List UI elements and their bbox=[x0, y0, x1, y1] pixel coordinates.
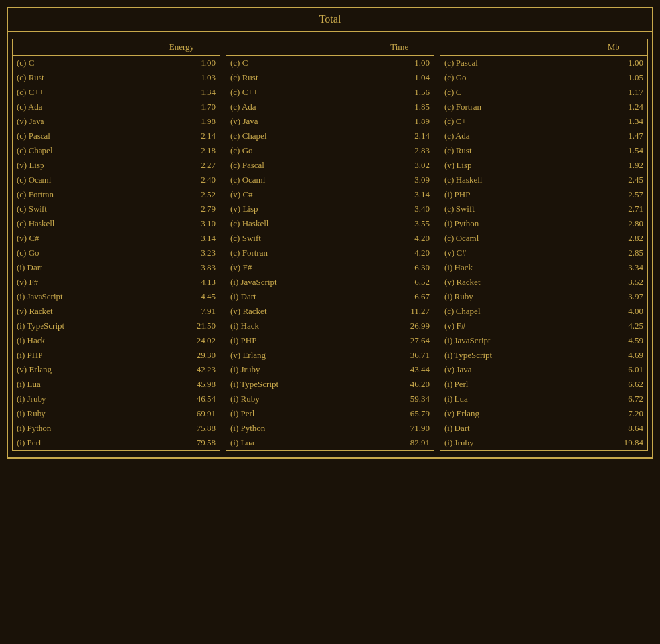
table-row: (c) Swift 2.71 bbox=[440, 202, 647, 216]
table-row: (c) Fortran 2.52 bbox=[13, 187, 220, 202]
lang-cell: (v) Lisp bbox=[226, 202, 365, 216]
val-cell: 29.30 bbox=[143, 348, 220, 362]
val-cell: 3.23 bbox=[143, 246, 220, 260]
val-cell: 1.00 bbox=[143, 56, 220, 71]
main-container: Total Energy (c) C 1.00 (c) Rust 1.03 (c… bbox=[7, 7, 653, 459]
val-cell: 3.97 bbox=[579, 289, 647, 304]
table-row: (i) Hack 3.34 bbox=[440, 260, 647, 275]
lang-cell: (i) Jruby bbox=[440, 436, 579, 450]
val-cell: 1.98 bbox=[143, 114, 220, 129]
lang-cell: (c) Ada bbox=[440, 129, 579, 143]
tables-row: Energy (c) C 1.00 (c) Rust 1.03 (c) C++ … bbox=[8, 32, 652, 457]
lang-cell: (i) Perl bbox=[226, 406, 365, 421]
val-cell: 1.89 bbox=[365, 114, 434, 129]
lang-cell: (i) JavaScript bbox=[226, 275, 365, 289]
table-row: (v) Lisp 1.92 bbox=[440, 158, 647, 173]
table-row: (c) Chapel 4.00 bbox=[440, 304, 647, 319]
lang-cell: (c) Swift bbox=[226, 231, 365, 246]
table-row: (v) F# 4.25 bbox=[440, 319, 647, 333]
lang-cell: (i) Lua bbox=[226, 436, 365, 450]
lang-cell: (i) Dart bbox=[440, 421, 579, 436]
table-row: (c) Haskell 2.45 bbox=[440, 173, 647, 187]
lang-cell: (i) Ruby bbox=[226, 392, 365, 406]
lang-cell: (v) Erlang bbox=[226, 348, 365, 362]
time-val-header: Time bbox=[365, 39, 434, 56]
val-cell: 1.70 bbox=[143, 100, 220, 114]
table-row: (c) Swift 2.79 bbox=[13, 202, 220, 216]
val-cell: 36.71 bbox=[365, 348, 434, 362]
val-cell: 26.99 bbox=[365, 319, 434, 333]
table-row: (c) Ocaml 2.40 bbox=[13, 173, 220, 187]
table-row: (c) Haskell 3.55 bbox=[226, 216, 434, 231]
table-row: (c) Haskell 3.10 bbox=[13, 216, 220, 231]
lang-cell: (c) Chapel bbox=[13, 143, 143, 158]
lang-cell: (i) PHP bbox=[13, 348, 143, 362]
val-cell: 2.71 bbox=[579, 202, 647, 216]
lang-cell: (i) Python bbox=[226, 421, 365, 436]
table-row: (i) PHP 27.64 bbox=[226, 333, 434, 348]
lang-cell: (c) Fortran bbox=[440, 100, 579, 114]
lang-cell: (i) Python bbox=[13, 421, 143, 436]
table-row: (v) Erlang 7.20 bbox=[440, 406, 647, 421]
table-row: (i) Perl 79.58 bbox=[13, 436, 220, 450]
lang-cell: (i) Lua bbox=[13, 377, 143, 392]
val-cell: 42.23 bbox=[143, 362, 220, 377]
table-row: (i) Jruby 19.84 bbox=[440, 436, 647, 450]
lang-cell: (c) Swift bbox=[440, 202, 579, 216]
table-row: (v) Racket 11.27 bbox=[226, 304, 434, 319]
val-cell: 3.34 bbox=[579, 260, 647, 275]
lang-cell: (v) Racket bbox=[440, 275, 579, 289]
val-cell: 2.14 bbox=[365, 129, 434, 143]
lang-cell: (c) Fortran bbox=[226, 246, 365, 260]
val-cell: 71.90 bbox=[365, 421, 434, 436]
table-row: (c) Go 2.83 bbox=[226, 143, 434, 158]
table-row: (c) Ocaml 2.82 bbox=[440, 231, 647, 246]
table-row: (c) Ada 1.47 bbox=[440, 129, 647, 143]
lang-cell: (i) TypeScript bbox=[440, 348, 579, 362]
table-row: (c) C++ 1.56 bbox=[226, 85, 434, 100]
lang-cell: (c) Pascal bbox=[440, 56, 579, 71]
lang-cell: (i) Ruby bbox=[440, 289, 579, 304]
val-cell: 2.27 bbox=[143, 158, 220, 173]
title: Total bbox=[8, 8, 652, 32]
lang-cell: (c) Rust bbox=[13, 70, 143, 85]
table-row: (i) Lua 82.91 bbox=[226, 436, 434, 450]
table-row: (i) Perl 6.62 bbox=[440, 377, 647, 392]
val-cell: 1.47 bbox=[579, 129, 647, 143]
val-cell: 8.64 bbox=[579, 421, 647, 436]
lang-cell: (c) Ada bbox=[226, 100, 365, 114]
lang-cell: (i) Dart bbox=[13, 260, 143, 275]
val-cell: 3.14 bbox=[365, 187, 434, 202]
lang-cell: (v) F# bbox=[226, 260, 365, 275]
lang-cell: (v) C# bbox=[13, 231, 143, 246]
lang-cell: (c) Pascal bbox=[226, 158, 365, 173]
val-cell: 1.85 bbox=[365, 100, 434, 114]
lang-cell: (i) JavaScript bbox=[440, 333, 579, 348]
lang-cell: (c) Ocaml bbox=[440, 231, 579, 246]
lang-cell: (v) Java bbox=[13, 114, 143, 129]
val-cell: 2.18 bbox=[143, 143, 220, 158]
val-cell: 4.00 bbox=[579, 304, 647, 319]
table-row: (i) Lua 6.72 bbox=[440, 392, 647, 406]
val-cell: 6.52 bbox=[365, 275, 434, 289]
lang-cell: (v) C# bbox=[440, 246, 579, 260]
val-cell: 6.01 bbox=[579, 362, 647, 377]
table-row: (v) F# 4.13 bbox=[13, 275, 220, 289]
val-cell: 2.85 bbox=[579, 246, 647, 260]
val-cell: 1.05 bbox=[579, 70, 647, 85]
lang-cell: (v) Racket bbox=[13, 304, 143, 319]
table-row: (i) Ruby 3.97 bbox=[440, 289, 647, 304]
time-lang-header bbox=[226, 39, 365, 56]
table-row: (c) C 1.17 bbox=[440, 85, 647, 100]
table-row: (v) F# 6.30 bbox=[226, 260, 434, 275]
table-row: (c) Rust 1.04 bbox=[226, 70, 434, 85]
lang-cell: (i) Lua bbox=[440, 392, 579, 406]
val-cell: 4.45 bbox=[143, 289, 220, 304]
val-cell: 4.69 bbox=[579, 348, 647, 362]
val-cell: 65.79 bbox=[365, 406, 434, 421]
val-cell: 6.30 bbox=[365, 260, 434, 275]
table-row: (v) Erlang 42.23 bbox=[13, 362, 220, 377]
val-cell: 3.14 bbox=[143, 231, 220, 246]
val-cell: 3.52 bbox=[579, 275, 647, 289]
val-cell: 2.40 bbox=[143, 173, 220, 187]
